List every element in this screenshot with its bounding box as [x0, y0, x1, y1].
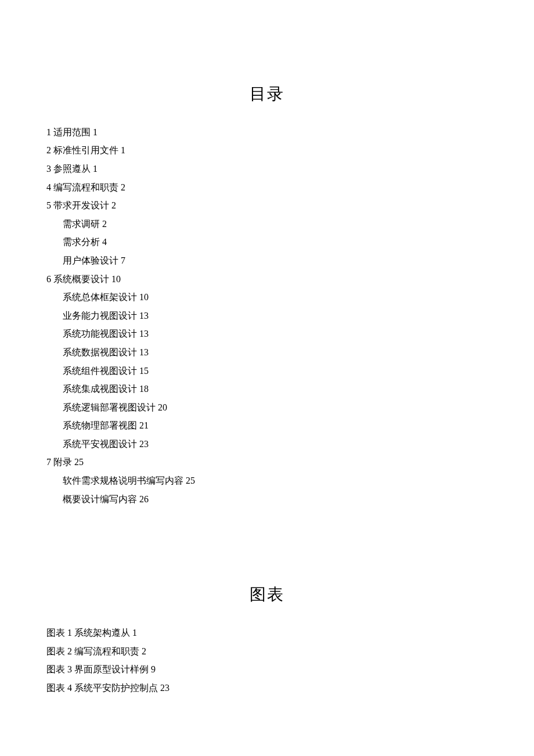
toc-entry: 2 标准性引用文件 1 [46, 143, 488, 158]
toc-subentry: 需求调研 2 [63, 217, 488, 232]
toc-subentry: 系统功能视图设计 13 [63, 326, 488, 341]
toc-subentry: 系统数据视图设计 13 [63, 345, 488, 360]
spacer [46, 730, 488, 756]
spacer [46, 541, 488, 582]
toc-entry: 5 带求开发设计 2 [46, 198, 488, 213]
toc-subentry: 系统平安视图设计 23 [63, 437, 488, 452]
toc-subentry: 系统总体框架设计 10 [63, 290, 488, 305]
toc-subentry: 业务能力视图设计 13 [63, 308, 488, 323]
toc-subentry: 系统逻辑部署视图设计 20 [63, 400, 488, 415]
toc-entry: 1 适用范围 1 [46, 125, 488, 140]
toc-subentry: 用户体验设计 7 [63, 253, 488, 268]
toc-subentry: 需求分析 4 [63, 235, 488, 250]
toc-entry: 6 系统概要设计 10 [46, 272, 488, 287]
toc-entry: 3 参照遵从 1 [46, 161, 488, 177]
toc-heading: 目录 [46, 81, 488, 107]
toc-subentry: 系统物理部署视图 21 [63, 418, 488, 433]
figure-entry: 图表 2 编写流程和职责 2 [46, 644, 488, 659]
toc-subentry: 系统集成视图设计 18 [63, 381, 488, 397]
toc-subentry: 概要设计编写内容 26 [63, 492, 488, 507]
figures-heading: 图表 [46, 582, 488, 608]
document-page: 目录 1 适用范围 1 2 标准性引用文件 1 3 参照遵从 1 4 编写流程和… [0, 0, 534, 756]
toc-list: 1 适用范围 1 2 标准性引用文件 1 3 参照遵从 1 4 编写流程和职责 … [46, 125, 488, 506]
toc-entry: 4 编写流程和职责 2 [46, 180, 488, 195]
figure-entry: 图表 3 界面原型设计样例 9 [46, 662, 488, 677]
toc-entry: 7 附录 25 [46, 455, 488, 470]
toc-subentry: 系统组件视图设计 15 [63, 363, 488, 379]
figure-entry: 图表 4 系统平安防护控制点 23 [46, 681, 488, 696]
toc-subentry: 软件需求规格说明书编写内容 25 [63, 473, 488, 488]
figure-entry: 图表 1 系统架构遵从 1 [46, 625, 488, 640]
figures-list: 图表 1 系统架构遵从 1 图表 2 编写流程和职责 2 图表 3 界面原型设计… [46, 625, 488, 695]
